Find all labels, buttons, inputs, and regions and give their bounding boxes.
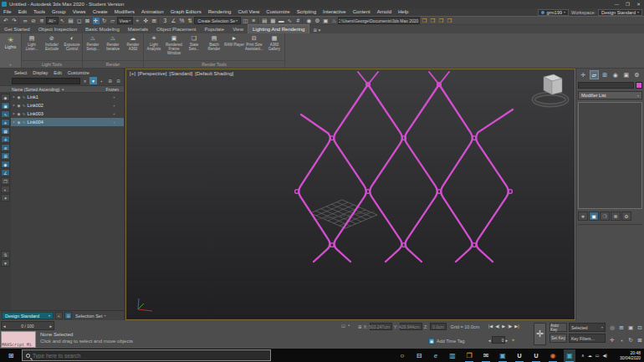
explorer-menu-item[interactable]: Select (12, 70, 29, 75)
menu-item[interactable]: Graph Editors (167, 8, 205, 16)
rectangular-selection-region-icon[interactable]: ◻ ▾ (75, 17, 84, 25)
show-lights-icon[interactable]: ☀ (1, 119, 10, 126)
time-slider[interactable]: ◂ 0 / 100 ▸ (1, 321, 54, 330)
window-crossing-toggle-icon[interactable]: ⊠ ▾ (84, 17, 92, 25)
zoom-extents-icon[interactable]: ▣ (626, 322, 635, 334)
expander-icon[interactable]: ► (13, 95, 15, 99)
pin-stack-button[interactable]: ∗ (578, 212, 588, 221)
tab-hierarchy[interactable]: ⊞ (601, 70, 610, 79)
unreal-engine-icon-2[interactable]: U (530, 349, 542, 362)
go-to-start-button[interactable]: |◀ (488, 324, 493, 329)
mirror-icon[interactable]: ◫ ▾ (241, 17, 249, 25)
viewport-menu-general[interactable]: [+] (130, 71, 135, 76)
menu-item[interactable]: Tools (30, 8, 49, 16)
select-and-move-icon[interactable]: ✛ ▾ (92, 17, 100, 25)
show-xrefs-icon[interactable]: ◉ (1, 161, 10, 168)
render-a360-button[interactable]: ☁ Render A360 (123, 33, 143, 60)
row-link1[interactable]: ► ◉ ∿ Link1 + (11, 93, 124, 101)
open-file-icon[interactable]: ❐ ▾ (437, 17, 445, 25)
expand-all-icon[interactable]: ⊞ (106, 77, 114, 84)
zoom-icon[interactable]: ◎ (608, 322, 616, 334)
project-folder-dropdown[interactable]: C:\Users\George\Documents\3ds Max 2020 ▾ (338, 17, 420, 24)
mail-icon[interactable]: ✉ (480, 349, 492, 362)
menu-item[interactable]: Edit (15, 8, 30, 16)
explorer-menu-item[interactable]: Display (30, 70, 50, 75)
edit-named-selections-icon[interactable]: ▪ (55, 312, 63, 319)
render-setup-icon[interactable]: ⚙ ▾ (313, 17, 321, 25)
network-icon[interactable]: ▭ (595, 353, 600, 358)
workspace-selector-dropdown[interactable]: Design Standard ▾ (2, 312, 54, 319)
z-coordinate-field[interactable]: 0.0cm (430, 323, 447, 330)
frozen-toggle-icon[interactable]: + (113, 112, 115, 116)
menu-item[interactable]: Arnold (374, 8, 395, 16)
angle-snap-toggle-icon[interactable]: ∠ ▾ (169, 17, 177, 25)
show-containers-icon[interactable]: ❐ (1, 177, 10, 185)
menu-item[interactable]: Modifiers (111, 8, 138, 16)
tray-expand-icon[interactable]: ∧ (581, 353, 585, 358)
explorer-menu-item[interactable]: Edit (51, 70, 64, 75)
key-mode-toggle-icon[interactable]: ✦ (511, 337, 515, 343)
taskbar-search[interactable] (22, 349, 271, 361)
pan-view-icon[interactable]: ✛ (608, 334, 616, 346)
menu-item[interactable]: Scripting (294, 8, 319, 16)
auto-key-button[interactable]: Auto Key (549, 323, 567, 332)
file-explorer-icon[interactable]: ❐ (463, 349, 475, 362)
next-frame-arrow[interactable]: ▸ (49, 324, 52, 329)
select-and-scale-icon[interactable]: ▱ ▾ (109, 17, 117, 25)
onedrive-icon[interactable]: ☁ (588, 353, 592, 358)
show-cameras-icon[interactable]: ▦ (1, 127, 10, 135)
light-lister-button[interactable]: ▤ Light Lister... (22, 33, 42, 60)
selection-lock-toggle[interactable]: ▪ (348, 323, 350, 329)
selection-set-dropdown[interactable]: Selection Set ▾ (75, 314, 105, 319)
ribbon-tab[interactable]: Get Started (0, 25, 34, 33)
render-setup-button[interactable]: ♨ Render Setup... (83, 33, 103, 60)
menu-item[interactable]: Create (89, 8, 111, 16)
select-by-name-icon[interactable]: ▤ ▾ (67, 17, 75, 25)
keyboard-shortcut-override-icon[interactable]: ⊞ ▾ (150, 17, 158, 25)
current-frame-field[interactable] (492, 336, 505, 344)
sync-selection-icon[interactable]: ⇅ (1, 251, 10, 258)
unreal-engine-icon[interactable]: U (514, 349, 525, 362)
chevron-down-icon[interactable]: ▾ (9, 63, 11, 67)
orbit-icon[interactable]: ↻ (626, 334, 635, 346)
tab-utilities[interactable]: ⚙ (632, 70, 641, 79)
ribbon-tab[interactable]: Materials (124, 25, 152, 33)
include-exclude-button[interactable]: ⊘ Include/ Exclude (42, 33, 62, 60)
viewport-menu-pov[interactable]: [Perspective] (138, 71, 167, 76)
store-icon[interactable]: ▥ (447, 349, 458, 362)
frozen-toggle-icon[interactable]: + (113, 95, 115, 99)
use-pivot-point-icon[interactable]: ⌖ ▾ (133, 17, 141, 25)
show-end-result-button[interactable]: ▣ (589, 212, 599, 221)
lights-split-button[interactable]: ☀ Lights ▾ (0, 33, 22, 68)
rendered-frame-window-icon[interactable]: ▣ ▾ (321, 17, 330, 25)
ribbon-tab[interactable]: Basic Modeling (81, 25, 124, 33)
maximize-viewport-toggle-icon[interactable]: ⊠ (636, 334, 644, 346)
remove-modifier-button[interactable]: ⊗ (611, 212, 621, 221)
zoom-extents-all-icon[interactable]: ⊡ (636, 322, 644, 334)
maxscript-mini-listener[interactable]: MAXScript Mi (1, 331, 36, 348)
batch-render-button[interactable]: ▤ Batch Render (204, 33, 224, 60)
previous-frame-arrow[interactable]: ◂ (3, 324, 6, 329)
edge-icon[interactable]: e (430, 349, 442, 362)
unlink-selection-icon[interactable]: ⊘ ▾ (29, 17, 38, 25)
render-production-icon[interactable]: ♨ ▾ (330, 17, 338, 25)
object-color-swatch[interactable] (636, 82, 642, 89)
bind-to-space-warp-icon[interactable]: ≋ ▾ (38, 17, 46, 25)
y-coordinate-field[interactable]: 429.944cm (400, 323, 422, 330)
x-coordinate-field[interactable]: 503.247cm (370, 323, 392, 330)
frame-up-arrow[interactable]: ▸ (506, 338, 509, 343)
tab-modify[interactable]: ▱ (590, 70, 599, 79)
filter-funnel-icon[interactable]: ▼ (89, 77, 97, 84)
play-button[interactable]: ▶ (502, 324, 505, 329)
display-all-icon[interactable]: ◆ (1, 94, 10, 101)
schematic-view-icon[interactable]: # ▾ (294, 17, 302, 25)
expander-icon[interactable]: ► (13, 120, 15, 124)
menu-item[interactable]: Views (69, 8, 89, 16)
select-and-rotate-icon[interactable]: ↻ ▾ (100, 17, 109, 25)
zoom-all-icon[interactable]: ⊞ (617, 322, 626, 334)
perspective-viewport[interactable]: [+] [Perspective] [Standard] [Default Sh… (125, 69, 575, 320)
expander-icon[interactable]: ► (13, 104, 15, 107)
explorer-search-input[interactable] (12, 78, 80, 84)
menu-item[interactable]: Civil View (234, 8, 263, 16)
ribbon-tab[interactable]: Populate (200, 25, 228, 33)
